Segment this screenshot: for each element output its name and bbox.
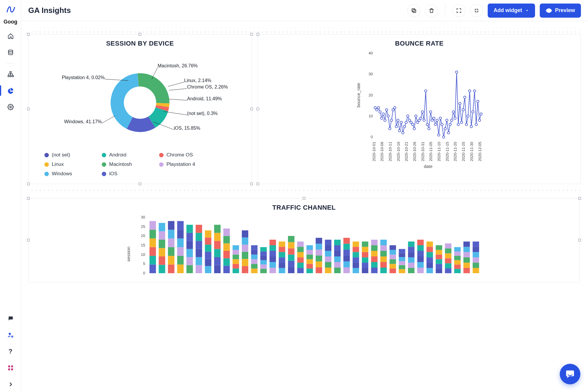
svg-rect-131 bbox=[149, 221, 156, 230]
svg-point-54 bbox=[377, 106, 380, 109]
svg-rect-181 bbox=[233, 264, 239, 268]
svg-point-6 bbox=[9, 333, 11, 335]
resize-handle[interactable] bbox=[256, 33, 259, 36]
delete-button[interactable] bbox=[425, 4, 438, 17]
svg-point-64 bbox=[394, 106, 396, 109]
legend-label: iOS bbox=[109, 171, 117, 177]
svg-text:10: 10 bbox=[141, 252, 145, 257]
svg-point-0 bbox=[8, 50, 13, 52]
nav-divider bbox=[6, 63, 15, 64]
svg-rect-338 bbox=[473, 257, 479, 263]
svg-rect-129 bbox=[149, 238, 156, 247]
app-logo[interactable] bbox=[5, 4, 16, 15]
resize-handle[interactable] bbox=[27, 33, 30, 36]
resize-handle[interactable] bbox=[27, 108, 30, 110]
svg-rect-172 bbox=[214, 233, 221, 241]
svg-text:2020-10-11: 2020-10-11 bbox=[388, 142, 392, 161]
svg-point-14 bbox=[548, 10, 550, 11]
nav-expand[interactable] bbox=[0, 377, 21, 392]
resize-handle[interactable] bbox=[27, 197, 30, 200]
svg-rect-226 bbox=[297, 247, 304, 252]
intercom-launcher[interactable] bbox=[560, 364, 580, 384]
svg-rect-340 bbox=[473, 247, 479, 252]
resize-handle[interactable] bbox=[578, 197, 581, 200]
svg-line-21 bbox=[169, 99, 187, 100]
legend-item[interactable]: (not set) bbox=[44, 152, 90, 158]
help-icon: ? bbox=[9, 348, 12, 355]
svg-rect-245 bbox=[325, 240, 332, 245]
legend-item[interactable]: Android bbox=[102, 152, 147, 158]
svg-rect-227 bbox=[297, 241, 304, 247]
widget-traffic-channel[interactable]: TRAFFIC CHANNEL 051015202530session bbox=[28, 198, 580, 282]
legend-item[interactable]: Chrome OS bbox=[159, 152, 205, 158]
preview-button[interactable]: Preview bbox=[540, 4, 581, 18]
resize-handle[interactable] bbox=[578, 239, 581, 241]
svg-rect-242 bbox=[325, 256, 332, 262]
nav-dashboards[interactable] bbox=[0, 83, 21, 98]
legend-item[interactable]: Linux bbox=[44, 161, 90, 167]
legend-item[interactable]: Macintosh bbox=[102, 161, 147, 167]
svg-point-78 bbox=[417, 121, 419, 124]
resize-handle[interactable] bbox=[139, 33, 141, 36]
widget-session-by-device[interactable]: SESSION BY DEVICE Macintosh, 26.76%Linux… bbox=[28, 34, 252, 184]
svg-rect-315 bbox=[436, 255, 442, 259]
svg-rect-167 bbox=[205, 230, 211, 237]
nav-settings[interactable] bbox=[0, 99, 21, 115]
nav-apps[interactable] bbox=[0, 360, 21, 376]
resize-handle[interactable] bbox=[256, 108, 259, 110]
nav-schema[interactable] bbox=[0, 66, 21, 82]
svg-rect-243 bbox=[325, 251, 332, 256]
svg-rect-270 bbox=[371, 268, 378, 273]
svg-point-68 bbox=[400, 121, 402, 124]
svg-rect-133 bbox=[159, 256, 165, 265]
svg-point-61 bbox=[389, 128, 391, 130]
svg-rect-207 bbox=[269, 251, 276, 256]
resize-handle[interactable] bbox=[250, 183, 253, 185]
nav-help[interactable]: ? bbox=[0, 344, 21, 359]
svg-point-65 bbox=[395, 125, 398, 128]
nav-home[interactable] bbox=[0, 29, 21, 44]
svg-rect-247 bbox=[334, 262, 341, 268]
stacked-bar-chart: 051015202530session bbox=[36, 211, 572, 276]
legend-item[interactable]: Windows bbox=[44, 171, 90, 177]
svg-rect-178 bbox=[223, 236, 230, 243]
legend-swatch bbox=[44, 172, 49, 176]
resize-handle[interactable] bbox=[250, 108, 253, 110]
nav-account[interactable] bbox=[0, 327, 21, 343]
legend-item[interactable]: iOS bbox=[102, 171, 147, 177]
collapse-button[interactable] bbox=[470, 4, 483, 17]
svg-rect-154 bbox=[186, 233, 193, 241]
duplicate-button[interactable] bbox=[407, 4, 420, 17]
svg-point-111 bbox=[470, 125, 472, 128]
svg-point-81 bbox=[421, 111, 424, 113]
svg-rect-193 bbox=[251, 264, 257, 268]
svg-rect-228 bbox=[307, 268, 313, 273]
svg-rect-237 bbox=[316, 250, 322, 256]
svg-point-109 bbox=[467, 115, 469, 117]
svg-rect-170 bbox=[214, 249, 221, 257]
nav-feedback[interactable] bbox=[0, 311, 21, 326]
add-widget-button[interactable]: Add widget bbox=[488, 4, 535, 18]
resize-handle[interactable] bbox=[250, 33, 253, 36]
svg-point-105 bbox=[460, 121, 463, 124]
legend-item[interactable]: Playstation 4 bbox=[159, 161, 205, 167]
resize-handle[interactable] bbox=[27, 183, 30, 185]
svg-rect-161 bbox=[196, 225, 202, 233]
widget-bounce-rate[interactable]: BOUNCE RATE 010203040bounce_rate2020-10-… bbox=[258, 34, 581, 184]
svg-rect-182 bbox=[233, 259, 239, 264]
topbar: GA Insights Add widget Preview bbox=[21, 0, 588, 21]
svg-rect-130 bbox=[149, 230, 156, 238]
dashboard-canvas[interactable]: SESSION BY DEVICE Macintosh, 26.76%Linux… bbox=[21, 21, 588, 392]
svg-rect-272 bbox=[371, 256, 378, 262]
resize-handle[interactable] bbox=[139, 183, 141, 185]
chevron-down-icon bbox=[525, 9, 529, 13]
svg-rect-198 bbox=[260, 269, 267, 273]
nav-database[interactable] bbox=[0, 45, 21, 60]
resize-handle[interactable] bbox=[256, 183, 259, 185]
svg-rect-273 bbox=[371, 251, 378, 256]
expand-button[interactable] bbox=[452, 4, 465, 17]
svg-rect-280 bbox=[380, 245, 387, 251]
resize-handle[interactable] bbox=[27, 239, 30, 241]
resize-handle[interactable] bbox=[303, 197, 305, 200]
workspace-name[interactable]: Goog bbox=[0, 19, 17, 25]
